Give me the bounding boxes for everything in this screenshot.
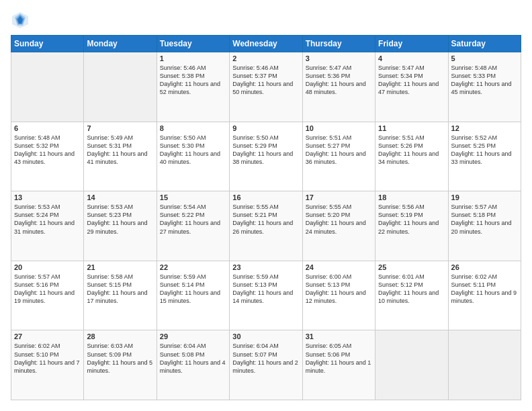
cell-text: Sunrise: 5:47 AMSunset: 5:34 PMDaylight:… [378,64,445,97]
calendar-cell: 2Sunrise: 5:46 AMSunset: 5:37 PMDaylight… [230,52,302,122]
page: SundayMondayTuesdayWednesdayThursdayFrid… [0,0,532,411]
calendar-cell: 24Sunrise: 6:00 AMSunset: 5:13 PMDayligh… [302,261,375,330]
cell-text: Sunrise: 5:47 AMSunset: 5:36 PMDaylight:… [306,64,372,97]
day-number: 12 [451,124,518,132]
week-row-3: 20Sunrise: 5:57 AMSunset: 5:16 PMDayligh… [11,261,521,330]
cell-text: Sunrise: 6:02 AMSunset: 5:11 PMDaylight:… [451,273,518,306]
cell-text: Sunrise: 5:49 AMSunset: 5:31 PMDaylight:… [87,134,153,167]
calendar-cell: 4Sunrise: 5:47 AMSunset: 5:34 PMDaylight… [375,52,448,122]
calendar-cell: 6Sunrise: 5:48 AMSunset: 5:32 PMDaylight… [11,122,84,191]
cell-text: Sunrise: 5:55 AMSunset: 5:20 PMDaylight:… [306,203,372,236]
cell-text: Sunrise: 6:02 AMSunset: 5:10 PMDaylight:… [14,342,81,375]
calendar-cell: 26Sunrise: 6:02 AMSunset: 5:11 PMDayligh… [448,261,521,330]
calendar-cell: 16Sunrise: 5:55 AMSunset: 5:21 PMDayligh… [230,191,302,261]
cell-text: Sunrise: 6:04 AMSunset: 5:08 PMDaylight:… [160,342,226,375]
day-number: 30 [232,332,299,340]
week-row-0: 1Sunrise: 5:46 AMSunset: 5:38 PMDaylight… [11,52,521,122]
cell-text: Sunrise: 5:46 AMSunset: 5:38 PMDaylight:… [160,64,226,97]
cell-text: Sunrise: 5:53 AMSunset: 5:23 PMDaylight:… [87,203,153,236]
cell-text: Sunrise: 6:05 AMSunset: 5:06 PMDaylight:… [306,342,372,375]
cell-text: Sunrise: 6:01 AMSunset: 5:12 PMDaylight:… [378,273,445,306]
calendar-cell: 28Sunrise: 6:03 AMSunset: 5:09 PMDayligh… [84,330,157,400]
cell-text: Sunrise: 5:48 AMSunset: 5:32 PMDaylight:… [14,134,81,167]
cell-text: Sunrise: 5:54 AMSunset: 5:22 PMDaylight:… [160,203,226,236]
calendar-cell: 5Sunrise: 5:48 AMSunset: 5:33 PMDaylight… [448,52,521,122]
day-number: 5 [451,54,518,62]
calendar-cell: 27Sunrise: 6:02 AMSunset: 5:10 PMDayligh… [11,330,84,400]
day-number: 16 [232,193,299,201]
day-number: 24 [306,263,372,271]
day-number: 6 [14,124,81,132]
calendar-cell: 1Sunrise: 5:46 AMSunset: 5:38 PMDaylight… [157,52,229,122]
day-number: 14 [87,193,153,201]
day-number: 20 [14,263,81,271]
calendar-cell: 17Sunrise: 5:55 AMSunset: 5:20 PMDayligh… [302,191,375,261]
cell-text: Sunrise: 6:00 AMSunset: 5:13 PMDaylight:… [306,273,372,306]
day-number: 23 [232,263,299,271]
cell-text: Sunrise: 5:46 AMSunset: 5:37 PMDaylight:… [232,64,299,97]
week-row-4: 27Sunrise: 6:02 AMSunset: 5:10 PMDayligh… [11,330,521,400]
calendar-cell: 11Sunrise: 5:51 AMSunset: 5:26 PMDayligh… [375,122,448,191]
calendar-cell: 10Sunrise: 5:51 AMSunset: 5:27 PMDayligh… [302,122,375,191]
cell-text: Sunrise: 6:04 AMSunset: 5:07 PMDaylight:… [232,342,299,375]
day-number: 11 [378,124,445,132]
day-header-tuesday: Tuesday [157,36,229,52]
cell-text: Sunrise: 5:48 AMSunset: 5:33 PMDaylight:… [451,64,518,97]
day-number: 10 [306,124,372,132]
calendar-cell: 7Sunrise: 5:49 AMSunset: 5:31 PMDaylight… [84,122,157,191]
calendar-cell [84,52,157,122]
day-number: 1 [160,54,226,62]
calendar-cell [11,52,84,122]
cell-text: Sunrise: 5:53 AMSunset: 5:24 PMDaylight:… [14,203,81,236]
cell-text: Sunrise: 6:03 AMSunset: 5:09 PMDaylight:… [87,342,153,375]
cell-text: Sunrise: 5:55 AMSunset: 5:21 PMDaylight:… [232,203,299,236]
day-number: 8 [160,124,226,132]
day-number: 4 [378,54,445,62]
calendar-cell: 3Sunrise: 5:47 AMSunset: 5:36 PMDaylight… [302,52,375,122]
calendar-cell: 19Sunrise: 5:57 AMSunset: 5:18 PMDayligh… [448,191,521,261]
calendar-cell: 25Sunrise: 6:01 AMSunset: 5:12 PMDayligh… [375,261,448,330]
cell-text: Sunrise: 5:52 AMSunset: 5:25 PMDaylight:… [451,134,518,167]
day-number: 26 [451,263,518,271]
day-number: 13 [14,193,81,201]
day-number: 31 [306,332,372,340]
day-header-saturday: Saturday [448,36,521,52]
calendar-cell: 8Sunrise: 5:50 AMSunset: 5:30 PMDaylight… [157,122,229,191]
calendar-cell: 14Sunrise: 5:53 AMSunset: 5:23 PMDayligh… [84,191,157,261]
day-number: 3 [306,54,372,62]
header-row: SundayMondayTuesdayWednesdayThursdayFrid… [11,36,521,52]
day-number: 2 [232,54,299,62]
calendar-cell: 31Sunrise: 6:05 AMSunset: 5:06 PMDayligh… [302,330,375,400]
day-header-wednesday: Wednesday [230,36,302,52]
cell-text: Sunrise: 5:51 AMSunset: 5:26 PMDaylight:… [378,134,445,167]
day-number: 28 [87,332,153,340]
day-number: 9 [232,124,299,132]
header [11,11,521,30]
calendar-cell: 30Sunrise: 6:04 AMSunset: 5:07 PMDayligh… [230,330,302,400]
day-number: 27 [14,332,81,340]
calendar-cell: 21Sunrise: 5:58 AMSunset: 5:15 PMDayligh… [84,261,157,330]
calendar-cell: 20Sunrise: 5:57 AMSunset: 5:16 PMDayligh… [11,261,84,330]
cell-text: Sunrise: 5:56 AMSunset: 5:19 PMDaylight:… [378,203,445,236]
day-number: 25 [378,263,445,271]
day-header-monday: Monday [84,36,157,52]
calendar-cell: 29Sunrise: 6:04 AMSunset: 5:08 PMDayligh… [157,330,229,400]
day-number: 15 [160,193,226,201]
calendar-cell [375,330,448,400]
calendar-cell: 9Sunrise: 5:50 AMSunset: 5:29 PMDaylight… [230,122,302,191]
calendar-cell: 13Sunrise: 5:53 AMSunset: 5:24 PMDayligh… [11,191,84,261]
cell-text: Sunrise: 5:59 AMSunset: 5:13 PMDaylight:… [232,273,299,306]
cell-text: Sunrise: 5:57 AMSunset: 5:16 PMDaylight:… [14,273,81,306]
calendar-cell: 15Sunrise: 5:54 AMSunset: 5:22 PMDayligh… [157,191,229,261]
cell-text: Sunrise: 5:58 AMSunset: 5:15 PMDaylight:… [87,273,153,306]
cell-text: Sunrise: 5:50 AMSunset: 5:30 PMDaylight:… [160,134,226,167]
cell-text: Sunrise: 5:50 AMSunset: 5:29 PMDaylight:… [232,134,299,167]
day-header-thursday: Thursday [302,36,375,52]
day-header-friday: Friday [375,36,448,52]
day-number: 29 [160,332,226,340]
calendar-cell: 22Sunrise: 5:59 AMSunset: 5:14 PMDayligh… [157,261,229,330]
day-number: 18 [378,193,445,201]
calendar-cell: 18Sunrise: 5:56 AMSunset: 5:19 PMDayligh… [375,191,448,261]
day-number: 22 [160,263,226,271]
calendar-cell: 12Sunrise: 5:52 AMSunset: 5:25 PMDayligh… [448,122,521,191]
